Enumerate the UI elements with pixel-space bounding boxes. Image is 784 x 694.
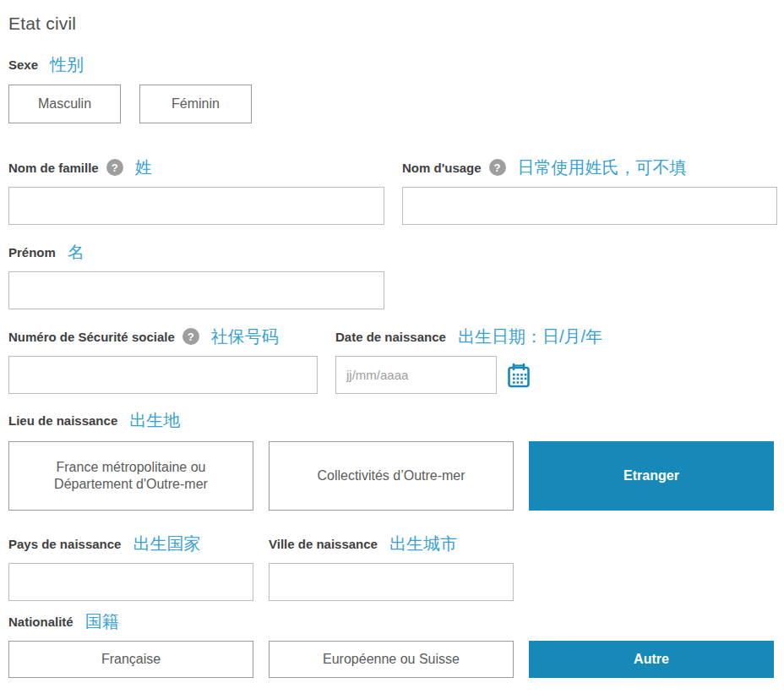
- nom-usage-zh-annotation: 日常使用姓氏，可不填: [518, 159, 687, 176]
- lieu-option-etranger[interactable]: Etranger: [529, 441, 774, 511]
- nom-usage-input[interactable]: [402, 187, 777, 225]
- ville-naissance-label: Ville de naissance: [269, 537, 378, 551]
- field-secu: Numéro de Sécurité sociale ? 社保号码: [8, 328, 318, 394]
- secu-input[interactable]: [8, 356, 318, 394]
- calendar-icon[interactable]: [506, 362, 531, 389]
- field-nationalite: Nationalité 国籍 Française Européenne ou S…: [8, 613, 777, 678]
- help-icon[interactable]: ?: [106, 159, 123, 176]
- date-naissance-label: Date de naissance: [335, 330, 446, 344]
- ville-naissance-zh-annotation: 出生城市: [389, 535, 457, 552]
- secu-label: Numéro de Sécurité sociale: [8, 330, 175, 344]
- row-pays-ville: Pays de naissance 出生国家 Ville de naissanc…: [8, 535, 777, 601]
- field-ville-naissance: Ville de naissance 出生城市: [269, 535, 514, 601]
- pays-naissance-input[interactable]: [8, 563, 253, 601]
- field-lieu-naissance: Lieu de naissance 出生地 France métropolita…: [8, 412, 777, 511]
- nom-famille-label: Nom de famille: [8, 161, 99, 175]
- nationalite-zh-annotation: 国籍: [85, 613, 119, 630]
- page-title: Etat civil: [8, 14, 777, 34]
- help-icon[interactable]: ?: [489, 159, 506, 176]
- nom-famille-zh-annotation: 姓: [135, 159, 152, 176]
- lieu-naissance-zh-annotation: 出生地: [129, 412, 180, 429]
- sexe-option-feminin[interactable]: Féminin: [139, 85, 252, 123]
- date-naissance-input[interactable]: [335, 356, 497, 394]
- sexe-zh-annotation: 性别: [50, 56, 84, 73]
- date-naissance-zh-annotation: 出生日期：日/月/年: [458, 328, 602, 345]
- prenom-label: Prénom: [8, 245, 56, 260]
- row-noms: Nom de famille ? 姓 Nom d'usage ? 日常使用姓氏，…: [8, 159, 777, 225]
- nationalite-option-francaise[interactable]: Française: [8, 641, 253, 678]
- prenom-zh-annotation: 名: [68, 243, 84, 260]
- sexe-option-masculin[interactable]: Masculin: [8, 85, 121, 123]
- field-pays-naissance: Pays de naissance 出生国家: [8, 535, 253, 601]
- field-prenom: Prénom 名: [8, 243, 384, 309]
- ville-naissance-input[interactable]: [269, 563, 514, 601]
- nationalite-option-autre[interactable]: Autre: [529, 641, 774, 678]
- lieu-option-france-metropolitaine[interactable]: France métropolitaine ou Département d'O…: [8, 441, 253, 511]
- field-nom-famille: Nom de famille ? 姓: [8, 159, 384, 225]
- lieu-naissance-label: Lieu de naissance: [8, 413, 117, 428]
- help-icon[interactable]: ?: [182, 328, 199, 345]
- pays-naissance-label: Pays de naissance: [8, 537, 121, 551]
- prenom-input[interactable]: [8, 271, 384, 309]
- sexe-label: Sexe: [8, 57, 38, 72]
- field-sexe: Sexe 性别 Masculin Féminin: [8, 56, 777, 123]
- nationalite-option-europeenne-suisse[interactable]: Européenne ou Suisse: [269, 641, 514, 678]
- nom-famille-input[interactable]: [8, 187, 384, 225]
- nationalite-label: Nationalité: [8, 615, 74, 629]
- etat-civil-form: Etat civil Sexe 性别 Masculin Féminin Nom …: [0, 0, 784, 678]
- pays-naissance-zh-annotation: 出生国家: [133, 535, 200, 552]
- secu-zh-annotation: 社保号码: [211, 328, 279, 345]
- nom-usage-label: Nom d'usage: [402, 161, 482, 175]
- lieu-option-collectivites-outre-mer[interactable]: Collectivités d’Outre-mer: [269, 441, 514, 511]
- row-numero-date: Numéro de Sécurité sociale ? 社保号码 Date d…: [8, 328, 777, 394]
- field-nom-usage: Nom d'usage ? 日常使用姓氏，可不填: [402, 159, 777, 225]
- field-date-naissance: Date de naissance 出生日期：日/月/年: [335, 328, 724, 394]
